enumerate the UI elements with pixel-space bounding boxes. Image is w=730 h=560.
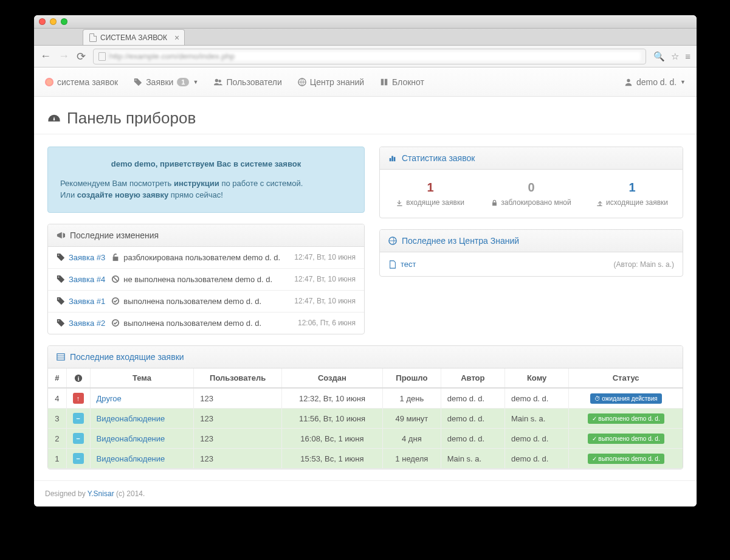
stat-value: 1: [380, 181, 481, 195]
col-created: Создан: [281, 368, 382, 389]
change-timestamp: 12:47, Вт, 10 июня: [294, 297, 356, 305]
footer: Designed by Y.Snisar (c) 2014.: [34, 480, 697, 506]
cell-theme: Видеонаблюдение: [90, 429, 194, 449]
stat-outgoing[interactable]: 1 исходящие заявки: [582, 181, 683, 207]
tag-icon: [57, 297, 65, 305]
cell-created: 16:08, Вс, 1 июня: [281, 429, 382, 449]
divider: [34, 134, 697, 134]
browser-tab[interactable]: СИСТЕМА ЗАЯВОК ×: [83, 29, 185, 45]
cell-elapsed: 4 дня: [382, 429, 441, 449]
table-row[interactable]: 3–Видеонаблюдение12311:56, Вт, 10 июня49…: [48, 409, 683, 429]
change-text: выполнена пользователем demo d. d.: [123, 319, 261, 328]
panel-title: Последнее из Центра Знаний: [402, 236, 519, 246]
cell-to: demo d. d.: [505, 388, 569, 409]
tab-close-icon[interactable]: ×: [174, 33, 179, 42]
search-icon[interactable]: 🔍: [653, 51, 665, 62]
stat-locked[interactable]: 0 заблокировано мной: [481, 181, 582, 207]
theme-link[interactable]: Другое: [97, 394, 122, 403]
cell-to: Main s. a.: [505, 409, 569, 429]
window-minimize-icon[interactable]: [50, 18, 57, 25]
svg-point-5: [58, 255, 60, 256]
window-zoom-icon[interactable]: [61, 18, 67, 25]
back-button[interactable]: ←: [40, 50, 51, 63]
menu-icon[interactable]: ≡: [685, 51, 690, 62]
lock-icon: [491, 199, 498, 206]
knowledge-meta: (Автор: Main s. a.): [613, 260, 674, 269]
svg-rect-13: [390, 158, 391, 161]
panel-title: Статистика заявок: [402, 153, 475, 163]
tab-title: СИСТЕМА ЗАЯВОК: [100, 33, 167, 42]
file-icon: [388, 260, 397, 269]
change-text: разблокирована пользователем demo d. d.: [123, 253, 280, 262]
cell-status: ⏱ ожидания действия: [569, 388, 683, 409]
nav-users[interactable]: Пользователи: [214, 77, 281, 87]
nav-notepad[interactable]: Блокнот: [380, 77, 424, 87]
nav-tickets[interactable]: Заявки 1 ▼: [134, 77, 198, 87]
brand[interactable]: система заявок: [45, 77, 118, 87]
bookmark-icon[interactable]: ☆: [671, 51, 679, 62]
priority-icon: –: [73, 433, 84, 444]
welcome-line1: Рекомендуем Вам посмотреть инструкции по…: [60, 178, 352, 190]
knowledge-link[interactable]: тест: [401, 260, 416, 269]
panel-header: Последние входящие заявки: [48, 346, 683, 368]
cell-status: ✓ выполнено demo d. d.: [569, 429, 683, 449]
megaphone-icon: [57, 231, 65, 240]
forward-button[interactable]: →: [58, 50, 69, 63]
cell-priority: –: [66, 409, 90, 429]
page-content: Панель приборов demo demo, приветствуем …: [34, 97, 697, 480]
change-text: выполнена пользователем demo d. d.: [123, 297, 261, 306]
window-close-icon[interactable]: [39, 18, 46, 25]
cell-priority: ↑: [66, 388, 90, 409]
change-timestamp: 12:47, Вт, 10 июня: [294, 253, 356, 261]
table-row[interactable]: 2–Видеонаблюдение12316:08, Вс, 1 июня4 д…: [48, 429, 683, 449]
cell-author: Main s. a.: [441, 449, 504, 469]
cell-status: ✓ выполнено demo d. d.: [569, 449, 683, 469]
nav-label: Заявки: [146, 77, 173, 87]
user-icon: [624, 78, 633, 86]
inbox-table: # i Тема Пользователь Создан Прошло Авто…: [48, 368, 683, 469]
cell-theme: Другое: [90, 388, 194, 409]
ticket-link[interactable]: Заявка #2: [69, 319, 105, 328]
col-num: #: [48, 368, 66, 389]
theme-link[interactable]: Видеонаблюдение: [97, 434, 165, 443]
change-row: Заявка #1выполнена пользователем demo d.…: [48, 291, 364, 313]
url-input[interactable]: [109, 52, 641, 61]
status-badge: ✓ выполнено demo d. d.: [588, 454, 664, 464]
footer-link[interactable]: Y.Snisar: [88, 489, 114, 498]
theme-link[interactable]: Видеонаблюдение: [97, 414, 165, 423]
priority-icon: –: [73, 413, 84, 424]
nav-user-menu[interactable]: demo d. d. ▼: [624, 77, 686, 87]
brand-text: система заявок: [57, 77, 118, 87]
status-badge: ✓ выполнено demo d. d.: [588, 434, 664, 444]
welcome-title: demo demo, приветствуем Вас в системе за…: [60, 158, 352, 170]
instructions-link[interactable]: инструкции: [174, 179, 219, 188]
bar-chart-icon: [388, 154, 397, 162]
cell-created: 11:56, Вт, 10 июня: [281, 409, 382, 429]
svg-point-7: [58, 277, 60, 278]
info-icon: i: [74, 374, 83, 382]
table-row[interactable]: 4↑Другое12312:32, Вт, 10 июня1 деньdemo …: [48, 388, 683, 409]
theme-link[interactable]: Видеонаблюдение: [97, 454, 165, 463]
stat-incoming[interactable]: 1 входящие заявки: [380, 181, 481, 207]
ticket-link[interactable]: Заявка #3: [69, 253, 105, 262]
table-row[interactable]: 1–Видеонаблюдение12315:53, Вс, 1 июня1 н…: [48, 449, 683, 469]
tag-icon: [57, 253, 65, 261]
cell-elapsed: 1 неделя: [382, 449, 441, 469]
reload-button[interactable]: ⟳: [77, 50, 86, 63]
ticket-link[interactable]: Заявка #1: [69, 297, 105, 306]
list-icon: [57, 353, 65, 361]
status-badge: ✓ выполнено demo d. d.: [588, 413, 664, 424]
tag-icon: [57, 319, 65, 327]
toolbar: ← → ⟳ 🔍 ☆ ≡: [34, 46, 697, 67]
create-ticket-link[interactable]: создайте новую заявку: [77, 190, 168, 199]
col-status: Статус: [569, 368, 683, 389]
cell-created: 15:53, Вс, 1 июня: [281, 449, 382, 469]
cell-user: 123: [194, 429, 282, 449]
nav-knowledge[interactable]: Центр знаний: [298, 77, 364, 87]
priority-icon: ↑: [73, 393, 84, 404]
download-icon: [396, 199, 403, 206]
cell-created: 12:32, Вт, 10 июня: [281, 388, 382, 409]
address-bar[interactable]: [93, 49, 646, 64]
ticket-link[interactable]: Заявка #4: [69, 275, 105, 284]
app-navbar: система заявок Заявки 1 ▼ Пользователи Ц…: [34, 67, 697, 97]
